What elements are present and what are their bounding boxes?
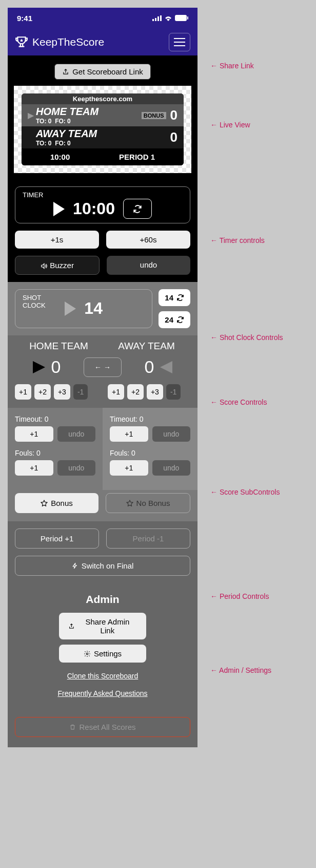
svg-rect-1	[155, 18, 156, 21]
away-name: AWAY TEAM	[36, 128, 170, 140]
away-row: AWAY TEAM TO: 0 FO: 0 0	[22, 126, 184, 148]
timer-plus1s-button[interactable]: +1s	[15, 231, 99, 249]
lightning-icon	[72, 562, 78, 569]
shot-reset-14-button[interactable]: 14	[159, 289, 190, 306]
home-timeout-label: Timeout: 0	[15, 415, 95, 423]
admin-title: Admin	[15, 593, 190, 606]
clone-link[interactable]: Clone this Scoreboard	[15, 672, 190, 680]
share-label: Get Scoreboard Link	[72, 67, 143, 76]
share-icon	[62, 68, 69, 76]
faq-link[interactable]: Frequently Asked Questions	[15, 689, 190, 697]
period-inc-button[interactable]: Period +1	[15, 529, 99, 549]
home-name: HOME TEAM	[36, 106, 142, 118]
scoreboard-header: Keepthescore.com	[22, 93, 184, 104]
annotation-sub: ← Score SubControls	[210, 488, 280, 496]
preview-period: PERIOD 1	[119, 153, 155, 161]
home-plus2-button[interactable]: +2	[34, 384, 51, 400]
timer-box: TIMER 10:00	[15, 186, 190, 223]
brand[interactable]: KeepTheScore	[15, 35, 104, 49]
away-plus2-button[interactable]: +2	[127, 384, 144, 400]
reset-icon	[176, 316, 184, 324]
shot-play-button[interactable]	[65, 301, 76, 316]
home-timeout-undo-button[interactable]: undo	[57, 426, 96, 442]
svg-rect-4	[175, 15, 187, 21]
status-time: 9:41	[17, 14, 32, 23]
annotation-timer: ← Timer controls	[210, 236, 265, 244]
wifi-icon	[164, 15, 172, 21]
annotation-admin: ← Admin / Settings	[210, 666, 271, 674]
away-timeout-plus-button[interactable]: +1	[110, 426, 148, 442]
home-minus1-button[interactable]: -1	[73, 384, 88, 400]
home-row: ▶ HOME TEAM TO: 0 FO: 0 BONUS 0	[22, 104, 184, 126]
reset-icon	[176, 294, 184, 301]
home-timeout-plus-button[interactable]: +1	[15, 426, 53, 442]
annotation-score: ← Score Controls	[210, 398, 267, 406]
annotation-share: ← Share Link	[210, 62, 254, 70]
timer-play-button[interactable]	[53, 202, 65, 216]
annotations: ← Share Link ← Live View ← Timer control…	[205, 0, 215, 755]
away-score-control: 0	[145, 357, 154, 377]
timer-plus60s-button[interactable]: +60s	[106, 231, 190, 249]
away-fouls-label: Fouls: 0	[110, 449, 190, 457]
home-plus1-button[interactable]: +1	[15, 384, 31, 400]
scoreboard: Keepthescore.com ▶ HOME TEAM TO: 0 FO: 0…	[22, 93, 184, 165]
reset-icon	[133, 204, 142, 214]
away-plus3-button[interactable]: +3	[147, 384, 163, 400]
away-fouls-plus-button[interactable]: +1	[110, 460, 148, 476]
status-bar: 9:41	[8, 8, 198, 28]
annotation-live: ← Live View	[210, 121, 250, 129]
swap-possession-button[interactable]: ← →	[84, 357, 122, 377]
svg-point-6	[86, 653, 88, 655]
reset-all-button[interactable]: Reset All Scores	[15, 717, 190, 737]
trash-icon	[69, 724, 76, 730]
period-dec-button[interactable]: Period -1	[106, 529, 190, 549]
home-score-control: 0	[51, 357, 61, 377]
top-nav: KeepTheScore	[8, 28, 198, 55]
possession-arrow-icon: ▶	[28, 110, 34, 120]
home-plus3-button[interactable]: +3	[54, 384, 70, 400]
timer-undo-button[interactable]: undo	[107, 256, 190, 275]
preview-clock: 10:00	[50, 153, 70, 161]
share-icon	[68, 623, 75, 630]
bonus-badge: BONUS	[142, 112, 166, 119]
home-fouls-undo-button[interactable]: undo	[57, 460, 96, 476]
away-fouls-undo-button[interactable]: undo	[152, 460, 191, 476]
settings-button[interactable]: Settings	[59, 645, 146, 663]
svg-rect-2	[157, 16, 159, 21]
live-preview: Keepthescore.com ▶ HOME TEAM TO: 0 FO: 0…	[14, 86, 191, 173]
switch-final-button[interactable]: Switch on Final	[15, 556, 190, 576]
status-icons	[152, 15, 188, 21]
no-bonus-button[interactable]: No Bonus	[106, 493, 190, 513]
home-score: 0	[170, 107, 177, 123]
away-minus1-button[interactable]: -1	[166, 384, 181, 400]
timer-reset-button[interactable]	[123, 199, 152, 219]
star-icon	[41, 500, 48, 507]
possession-home-icon[interactable]	[33, 361, 45, 373]
menu-button[interactable]	[169, 33, 190, 51]
signal-icon	[152, 15, 162, 21]
brand-text: KeepTheScore	[32, 36, 104, 48]
speaker-icon	[41, 262, 48, 270]
timer-value: 10:00	[73, 199, 115, 218]
home-fouls-label: Fouls: 0	[15, 449, 95, 457]
away-plus1-button[interactable]: +1	[108, 384, 124, 400]
annotation-period: ← Period Controls	[210, 592, 269, 600]
battery-icon	[175, 15, 188, 21]
possession-away-icon[interactable]	[160, 361, 172, 373]
logo-icon	[15, 35, 28, 49]
timer-label: TIMER	[23, 191, 183, 199]
bonus-button[interactable]: Bonus	[15, 493, 98, 513]
get-scoreboard-link-button[interactable]: Get Scoreboard Link	[54, 64, 151, 80]
buzzer-button[interactable]: Buzzer	[15, 256, 100, 275]
away-timeout-label: Timeout: 0	[110, 415, 190, 423]
svg-rect-5	[187, 16, 188, 20]
svg-rect-3	[160, 15, 162, 21]
away-score: 0	[170, 129, 177, 145]
home-team-label: HOME TEAM	[15, 341, 103, 352]
away-timeout-undo-button[interactable]: undo	[152, 426, 191, 442]
shot-value: 14	[84, 299, 103, 318]
annotation-shot: ← Shot Clock Controls	[210, 333, 283, 342]
home-fouls-plus-button[interactable]: +1	[15, 460, 53, 476]
share-admin-link-button[interactable]: Share Admin Link	[59, 613, 146, 639]
shot-reset-24-button[interactable]: 24	[159, 311, 190, 328]
